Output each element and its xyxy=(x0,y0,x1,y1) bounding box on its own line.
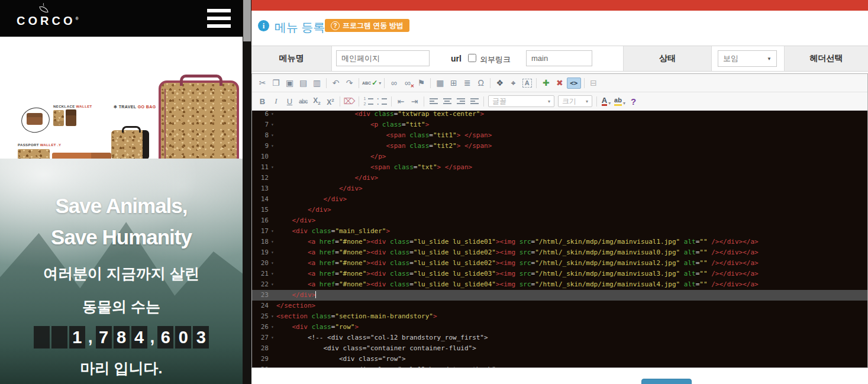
code-line-16[interactable]: 16 </div> xyxy=(252,215,867,226)
title-row: i 메뉴 등록 ? 프로그램 연동 방법 xyxy=(251,11,868,46)
cut-icon[interactable]: ✂ xyxy=(256,77,269,89)
copy-icon[interactable]: ❐ xyxy=(270,77,282,89)
necklace-wallet-image[interactable] xyxy=(27,113,43,125)
paste-word-icon[interactable]: ▥ xyxy=(311,77,323,89)
code-line-30[interactable]: 30 <div class="col-12 brandstory_thumb"> xyxy=(252,364,867,367)
strike-button[interactable]: abc xyxy=(297,95,309,108)
superscript-button[interactable]: X2 xyxy=(324,95,337,108)
indent-icon[interactable]: ⇥ xyxy=(408,95,421,108)
hero-subtitle1: 여러분이 지금까지 살린 xyxy=(0,264,243,283)
align-left-icon[interactable] xyxy=(427,95,440,108)
code-line-20[interactable]: 20▾ <a href="#none"><div class="lu_slide… xyxy=(252,258,867,269)
outdent-icon[interactable]: ⇤ xyxy=(395,95,407,108)
hamburger-menu-icon[interactable] xyxy=(207,9,231,28)
find-icon[interactable]: ⌖ xyxy=(507,77,519,89)
paste-text-icon[interactable]: ▤ xyxy=(297,77,309,89)
subscript-button[interactable]: X2 xyxy=(311,95,323,108)
code-line-18[interactable]: 18▾ <a href="#none"><div class="lu_slide… xyxy=(252,237,867,247)
bulleted-list-icon[interactable]: •• xyxy=(376,95,388,108)
spellcheck-icon[interactable]: ABC✓▾ xyxy=(362,77,381,89)
editor-toolbar-row2: BIUabcX2X2⌦12••⇤⇥글꼴▾크기▾A▾ab▾? xyxy=(252,92,867,111)
align-right-icon[interactable] xyxy=(454,95,467,108)
toolbar-separator xyxy=(391,96,392,107)
code-line-15[interactable]: 15 </div> xyxy=(252,205,867,215)
align-justify-icon[interactable] xyxy=(468,95,480,108)
source-code-area[interactable]: 6▾ <div class="txtwrap text-center">7▾ <… xyxy=(252,111,867,367)
size-select[interactable]: 크기▾ xyxy=(558,95,592,107)
toolbar-separator xyxy=(430,78,431,88)
code-line-13[interactable]: 13 </div> xyxy=(252,183,867,194)
bold-button[interactable]: B xyxy=(256,95,269,108)
unlink-icon[interactable]: ∞✕ xyxy=(401,77,414,89)
external-link-checkbox[interactable] xyxy=(468,54,476,62)
tag-add-icon[interactable]: ✚ xyxy=(540,77,552,89)
underline-button[interactable]: U xyxy=(283,95,296,108)
code-line-29[interactable]: 29 <div class="row"> xyxy=(252,354,867,364)
code-line-11[interactable]: 11▾ <span class="txt"> </span> xyxy=(252,162,867,173)
italic-button[interactable]: I xyxy=(270,95,282,108)
paste-icon[interactable]: ▣ xyxy=(283,77,296,89)
status-select-value: 보임 xyxy=(723,53,738,64)
code-line-10[interactable]: 10 </p> xyxy=(252,151,867,162)
code-line-28[interactable]: 28 <div class="container container-fluid… xyxy=(252,343,867,354)
code-line-6[interactable]: 6▾ <div class="txtwrap text-center"> xyxy=(252,111,867,120)
code-line-25[interactable]: 25▾<section class="section-main-brandsto… xyxy=(252,311,867,322)
text-color-icon[interactable]: A▾ xyxy=(600,95,612,108)
code-line-8[interactable]: 8▾ <span class="tit1"> </span> xyxy=(252,130,867,141)
image-icon[interactable]: ▦ xyxy=(434,77,446,89)
brown-wallet-image[interactable] xyxy=(66,109,76,126)
toolbar-separator xyxy=(584,78,585,88)
url-label: url xyxy=(451,54,462,63)
menu-name-input[interactable] xyxy=(336,50,430,66)
redo-icon[interactable]: ↷ xyxy=(343,77,356,89)
html-editor: ✂❐▣▤▥↶↷ABC✓▾∞∞✕⚑▦⊞≣Ω❖⌖A✚✖<>⊟ BIUabcX2X2⌦… xyxy=(251,73,868,368)
removeformat-icon[interactable]: ⌦ xyxy=(343,95,356,108)
anchor-icon[interactable]: ⚑ xyxy=(415,77,427,89)
cork-wallet-image[interactable] xyxy=(53,110,64,126)
undo-icon[interactable]: ↶ xyxy=(330,77,342,89)
hero-banner: Save Animals, Save Humanity 여러분이 지금까지 살린… xyxy=(0,159,243,384)
product-slider: NECKLACE WALLET PASSPORT WALLET .Y ✻ TRA… xyxy=(0,37,243,159)
preview-scrollbar[interactable] xyxy=(243,0,251,384)
help-icon[interactable]: ? xyxy=(627,95,640,108)
counter-digit-box: 0 xyxy=(175,326,191,348)
selectall-icon[interactable]: A xyxy=(521,77,533,89)
maximize-icon[interactable]: ❖ xyxy=(493,77,506,89)
numbered-list-icon[interactable]: 12 xyxy=(362,95,375,108)
table-icon[interactable]: ⊞ xyxy=(447,77,460,89)
align-center-icon[interactable] xyxy=(441,95,453,108)
program-link-help-button[interactable]: ? 프로그램 연동 방법 xyxy=(325,19,409,32)
code-line-12[interactable]: 12 </div> xyxy=(252,173,867,183)
status-select[interactable]: 보임 ▼ xyxy=(718,50,777,67)
scrollbar-thumb[interactable] xyxy=(243,0,251,41)
code-line-23[interactable]: 23 </div> xyxy=(252,290,867,301)
source-button[interactable]: <> xyxy=(567,77,580,89)
code-line-17[interactable]: 17▾ <div class="main_slider"> xyxy=(252,226,867,237)
code-line-27[interactable]: 27▾ <!-- <div class="col-12 brandstory_r… xyxy=(252,333,867,343)
link-icon[interactable]: ∞ xyxy=(388,77,400,89)
code-line-7[interactable]: 7▾ <p class="tit"> xyxy=(252,120,867,130)
code-line-21[interactable]: 21▾ <a href="#none"><div class="lu_slide… xyxy=(252,269,867,279)
hline-icon[interactable]: ≣ xyxy=(461,77,473,89)
toolbar-separator xyxy=(424,96,424,107)
code-line-9[interactable]: 9▾ <span class="tit2"> </span> xyxy=(252,141,867,151)
code-line-14[interactable]: 14 </div> xyxy=(252,194,867,205)
toolbar-separator xyxy=(490,78,491,88)
url-input[interactable] xyxy=(526,50,592,66)
specialchar-icon[interactable]: Ω xyxy=(475,77,487,89)
tag-remove-icon[interactable]: ✖ xyxy=(553,77,566,89)
palm-icon: ✻ xyxy=(114,105,117,109)
print-icon[interactable]: ⊟ xyxy=(588,77,600,89)
bg-color-icon[interactable]: ab▾ xyxy=(614,95,626,108)
site-logo[interactable]: CORCO® xyxy=(17,5,70,27)
small-backpack-image[interactable] xyxy=(111,130,149,160)
hero-title-line2: Save Humanity xyxy=(0,225,243,249)
code-line-26[interactable]: 26▾ <div class="row"> xyxy=(252,322,867,333)
code-line-22[interactable]: 22▾ <a href="#none"><div class="lu_slide… xyxy=(252,279,867,290)
preview-save-button[interactable]: 미리보기 xyxy=(641,379,692,384)
toolbar-separator xyxy=(384,78,385,88)
font-select[interactable]: 글꼴▾ xyxy=(488,95,554,107)
code-line-24[interactable]: 24</section> xyxy=(252,301,867,311)
code-line-19[interactable]: 19▾ <a href="#none"><div class="lu_slide… xyxy=(252,247,867,258)
page-title: 메뉴 등록 xyxy=(275,20,325,36)
